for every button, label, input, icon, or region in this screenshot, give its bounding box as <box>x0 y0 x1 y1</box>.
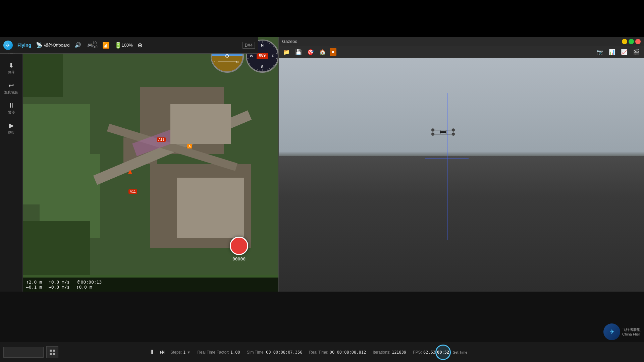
svg-point-11 <box>431 133 436 135</box>
sim-controls: ⏸ ⏭ <box>148 347 167 357</box>
drone-map-marker: ▲ <box>127 168 133 175</box>
gz-separator-1 <box>340 49 340 55</box>
rtf-info: Real Time Factor: 1.00 <box>197 350 240 355</box>
record-counter: 00000 <box>232 256 246 261</box>
volume-icon: 🔊 <box>74 42 81 48</box>
svg-point-12 <box>450 133 455 135</box>
volume-control[interactable]: 🔊 <box>74 42 83 48</box>
sidebar: 📍 Plan ⬇ 降落 ↩ 返航/返回 ⏸ 暂停 ▶ 执行 <box>0 37 23 292</box>
real-time-info: Real Time: 00 00:08:08.812 <box>309 350 366 355</box>
gz-move-icon[interactable]: ● <box>330 48 336 56</box>
gz-camera-icon[interactable]: 📷 <box>595 48 605 56</box>
flight-time-display: ⏱00:00:13 <box>76 280 102 285</box>
sim-timer[interactable]: 00:52 <box>435 345 451 360</box>
svg-rect-14 <box>53 350 55 352</box>
altitude-display: ↑2.0 m <box>26 280 42 285</box>
gazebo-title: Gazebo <box>282 39 298 44</box>
execute-icon: ▶ <box>9 121 14 129</box>
battery-indicator: 🔋 100% <box>114 42 133 49</box>
gps-icon: ⊕ <box>138 42 143 49</box>
gazebo-viewport[interactable] <box>279 58 644 292</box>
map-area[interactable]: 50 米 ▲ A11 A11 A 00000 <box>23 37 278 292</box>
map-marker-a11-1: A11 <box>157 137 166 142</box>
search-input[interactable] <box>3 347 44 358</box>
signal-bars: 📶 <box>102 42 110 49</box>
svg-rect-0 <box>440 131 446 133</box>
gz-right-tools: 📷 📊 📈 🎬 <box>595 48 641 56</box>
gz-folder-icon[interactable]: 📁 <box>281 48 291 56</box>
set-time-button[interactable]: Set Time <box>451 349 469 356</box>
gps-indicator[interactable]: ⊕ <box>138 42 143 49</box>
ground-plane <box>279 156 644 292</box>
map-marker-a11-2: A11 <box>128 189 137 194</box>
record-container: 00000 <box>230 237 248 261</box>
gz-graph2-icon[interactable]: 📈 <box>619 48 629 56</box>
horiz-speed-display: →0.0 m/s <box>49 285 70 290</box>
sidebar-item-execute[interactable]: ▶ 执行 <box>2 119 21 137</box>
drone-3d <box>431 127 455 138</box>
sidebar-item-pause[interactable]: ⏸ 暂停 <box>2 100 21 117</box>
gz-home-icon[interactable]: 🏠 <box>318 48 328 56</box>
record-button[interactable] <box>230 237 248 255</box>
gazebo-titlebar: Gazebo <box>279 37 644 46</box>
flight-mode[interactable]: 📡 板外Offboard <box>36 42 69 48</box>
svg-rect-15 <box>50 353 52 355</box>
gazebo-toolbar: 📁 💾 🎯 🏠 ● 📷 📊 📈 🎬 <box>279 46 644 58</box>
pause-sim-button[interactable]: ⏸ <box>148 347 156 357</box>
gz-graph-icon[interactable]: 📊 <box>607 48 617 56</box>
bottom-bar: ⏸ ⏭ Steps: 1 ▼ Real Time Factor: 1.00 Si… <box>0 342 644 362</box>
rc-signal: 🎮 10 0.0 <box>87 41 98 49</box>
bottom-left <box>3 346 144 358</box>
axis-horizontal <box>425 159 469 159</box>
return-icon: ↩ <box>8 81 14 89</box>
watermark: ✈ 飞行者联盟 China Flier <box>603 323 641 340</box>
flying-status: Flying <box>17 43 31 48</box>
svg-point-10 <box>450 129 455 131</box>
maximize-button[interactable] <box>629 39 634 44</box>
grid-button[interactable] <box>46 346 58 358</box>
rc-icon: 🎮 <box>87 43 93 48</box>
pause-icon: ⏸ <box>8 102 15 109</box>
svg-point-9 <box>431 129 436 131</box>
main-content: 📍 Plan ⬇ 降落 ↩ 返航/返回 ⏸ 暂停 ▶ 执行 50 米 <box>0 37 644 292</box>
map-marker-a: A <box>187 144 192 148</box>
minimize-button[interactable] <box>622 39 627 44</box>
gz-save-icon[interactable]: 💾 <box>293 48 304 56</box>
sim-info: Steps: 1 ▼ Real Time Factor: 1.00 Sim Ti… <box>170 350 435 355</box>
battery-icon: 🔋 <box>114 42 122 49</box>
gz-video-icon[interactable]: 🎬 <box>631 48 641 56</box>
svg-rect-16 <box>53 353 55 355</box>
land-icon: ⬇ <box>8 61 14 69</box>
gazebo-window: Gazebo 📁 💾 🎯 🏠 ● 📷 📊 📈 🎬 <box>278 37 644 292</box>
iterations-info: Iterations: 121839 <box>373 350 406 355</box>
gz-target-icon[interactable]: 🎯 <box>306 48 316 56</box>
distance-display: ↕0.0 m <box>76 285 92 290</box>
app-icon[interactable]: ✈ <box>3 41 13 50</box>
steps-info: Steps: 1 ▼ <box>170 350 191 355</box>
step-forward-button[interactable]: ⏭ <box>158 347 167 357</box>
toolbar: ✈ Flying 📡 板外Offboard 🔊 🎮 10 0.0 📶 🔋 100… <box>0 37 258 54</box>
sidebar-item-land[interactable]: ⬇ 降落 <box>2 59 21 77</box>
sim-time-info: Sim Time: 00 00:08:07.356 <box>247 350 303 355</box>
axis-vertical <box>447 93 447 240</box>
close-button[interactable] <box>635 39 641 44</box>
sidebar-item-return[interactable]: ↩ 返航/返回 <box>2 79 21 97</box>
flight-data-overlay: ↑2.0 m ↑0.0 m/s ⏱00:00:13 ↔0.1 m →0.0 m/… <box>23 278 278 292</box>
dx4-brand: DX4 <box>243 42 255 49</box>
watermark-logo: ✈ <box>603 323 620 340</box>
top-bar <box>0 0 644 37</box>
svg-rect-13 <box>50 350 52 352</box>
gazebo-window-controls <box>622 39 641 44</box>
vertical-speed-display: ↑0.0 m/s <box>49 280 70 285</box>
horizontal-display: ↔0.1 m <box>26 285 42 290</box>
watermark-text: 飞行者联盟 China Flier <box>622 327 641 337</box>
fps-info: FPS: 62.53 <box>413 350 435 355</box>
